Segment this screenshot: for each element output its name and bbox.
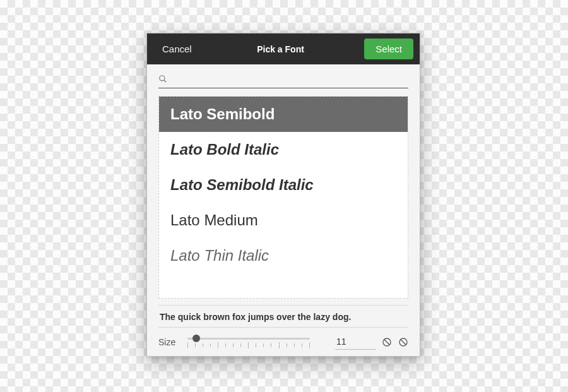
svg-line-3 xyxy=(384,340,389,345)
slider-ticks xyxy=(187,342,310,348)
preview-text: The quick brown fox jumps over the lazy … xyxy=(158,305,408,327)
size-label: Size xyxy=(158,337,187,347)
search-field-wrap xyxy=(158,72,408,88)
search-input[interactable] xyxy=(172,72,408,85)
transparency-canvas: Cancel Pick a Font Select Lato Semibold … xyxy=(0,0,568,392)
svg-line-5 xyxy=(401,340,406,345)
search-row xyxy=(147,64,420,92)
size-slider[interactable] xyxy=(187,335,310,350)
font-item-lato-semibold-italic[interactable]: Lato Semibold Italic xyxy=(159,167,408,203)
font-item-lato-medium[interactable]: Lato Medium xyxy=(159,203,408,238)
svg-point-0 xyxy=(160,75,165,80)
slider-track xyxy=(187,338,310,340)
font-item-lato-thin-italic[interactable]: Lato Thin Italic xyxy=(159,238,408,273)
font-picker-dialog: Cancel Pick a Font Select Lato Semibold … xyxy=(146,33,420,357)
search-icon xyxy=(158,74,167,83)
increment-disabled-icon[interactable] xyxy=(398,337,408,347)
size-input[interactable] xyxy=(335,334,376,350)
dialog-titlebar: Cancel Pick a Font Select xyxy=(147,33,420,64)
size-action-icons xyxy=(382,337,408,347)
font-item-lato-bold-italic[interactable]: Lato Bold Italic xyxy=(159,132,408,167)
cancel-button[interactable]: Cancel xyxy=(153,40,201,58)
decrement-disabled-icon[interactable] xyxy=(382,337,392,347)
size-row: Size xyxy=(158,327,408,356)
svg-line-1 xyxy=(164,80,167,82)
font-list[interactable]: Lato Semibold Lato Bold Italic Lato Semi… xyxy=(158,96,408,299)
font-item-lato-semibold[interactable]: Lato Semibold xyxy=(159,97,408,132)
select-button[interactable]: Select xyxy=(364,39,413,59)
slider-thumb[interactable] xyxy=(192,335,200,342)
dialog-title: Pick a Font xyxy=(197,44,365,54)
